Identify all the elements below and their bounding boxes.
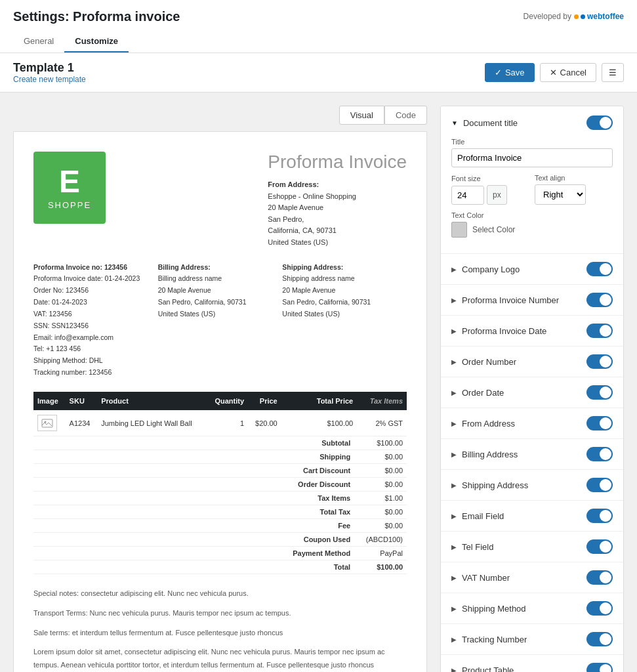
panel-item-toggle-2[interactable] (586, 324, 613, 338)
panel-item-tracking-number: ▶ Tracking Number (441, 624, 623, 655)
summary-shipping: Shipping$0.00 (33, 450, 407, 464)
panel-item-toggle-3[interactable] (586, 354, 613, 369)
doc-title-toggle[interactable] (586, 116, 613, 130)
invoice-meta: Proforma Invoice no: 123456 Proforma Inv… (33, 262, 407, 379)
expand-arrow: ▶ (451, 327, 457, 335)
panel-item-toggle-5[interactable] (586, 416, 613, 430)
document-title-header: ▼ Document title (451, 116, 613, 130)
notes-section: Special notes: consectetur adipiscing el… (33, 587, 407, 672)
cancel-button[interactable]: ✕ Cancel (540, 63, 596, 82)
text-color-field: Text Color Select Color (451, 211, 613, 238)
panel-item-toggle-12[interactable] (586, 632, 613, 646)
settings-panel: ▼ Document title Title Font size px (440, 106, 624, 672)
panel-item-text: Order Number (462, 357, 516, 367)
expand-arrow: ▶ (451, 574, 457, 581)
developed-by: Developed by webtoffee (524, 12, 624, 21)
toolbar-right: ✓ Save ✕ Cancel ☰ (485, 63, 624, 82)
panel-item-toggle-8[interactable] (586, 509, 613, 523)
cell-sku: A1234 (66, 410, 98, 436)
title-input[interactable] (451, 148, 613, 167)
panel-item-label: ▶ Shipping Address (451, 480, 528, 490)
panel-item-toggle-11[interactable] (586, 601, 613, 616)
note-1: Special notes: consectetur adipiscing el… (33, 587, 407, 600)
save-button[interactable]: ✓ Save (485, 63, 535, 82)
cell-image (33, 410, 66, 436)
panel-item-text: Product Table (462, 665, 514, 673)
text-color-label: Text Color (451, 211, 613, 219)
text-align-label: Text align (535, 174, 613, 182)
cell-total: $100.00 (281, 410, 357, 436)
tab-visual[interactable]: Visual (339, 106, 384, 125)
panel-item-label: ▶ Product Table (451, 665, 514, 673)
expand-arrow: ▶ (451, 667, 457, 673)
inv-order: Order No: 123456 (33, 286, 89, 294)
cancel-x: ✕ (550, 68, 557, 77)
label-cart-discount: Cart Discount (281, 464, 357, 478)
tab-code[interactable]: Code (384, 106, 427, 125)
logo-dot-orange (574, 14, 579, 19)
note-2: Transport Terms: Nunc nec vehicula purus… (33, 607, 407, 620)
from-address: From Address: Eshoppe - Online Shopping … (268, 179, 407, 249)
logo-letter: E (59, 166, 80, 198)
panel-item-label: ▶ Tel Field (451, 542, 493, 552)
text-align-select[interactable]: Left Center Right (535, 184, 586, 205)
label-total: Total (281, 560, 357, 574)
product-table: Image SKU Product Quantity Price Total P… (33, 392, 407, 574)
from-line2: 20 Maple Avenue (268, 203, 323, 211)
tab-general[interactable]: General (13, 31, 64, 52)
panel-item-toggle-1[interactable] (586, 293, 613, 307)
font-size-input[interactable] (451, 186, 484, 205)
main-content: Visual Code E SHOPPE Proforma Invoice Fr… (0, 93, 637, 672)
inv-tracking: Tracking number: 123456 (33, 368, 112, 376)
tab-customize[interactable]: Customize (64, 31, 129, 52)
save-checkmark: ✓ (495, 68, 502, 77)
shipping-line1: Shipping address name (282, 274, 354, 282)
panel-item-toggle-0[interactable] (586, 262, 613, 276)
panel-item-text: Billing Address (462, 450, 518, 459)
from-line4: California, CA, 90731 (268, 226, 337, 234)
from-address-label: From Address: (268, 180, 319, 188)
invoice-preview: E SHOPPE Proforma Invoice From Address: … (13, 131, 427, 672)
panel-item-toggle-7[interactable] (586, 478, 613, 492)
document-title-section: ▼ Document title Title Font size px (441, 106, 623, 254)
panel-item-label: ▶ Email Field (451, 511, 504, 521)
col-total: Total Price (281, 392, 357, 410)
expand-arrow: ▶ (451, 482, 457, 489)
panel-item-label: ▶ Tracking Number (451, 635, 527, 644)
menu-button[interactable]: ☰ (602, 63, 624, 82)
panel-item-email-field: ▶ Email Field (441, 501, 623, 532)
select-color-label[interactable]: Select Color (472, 225, 515, 234)
developed-by-text: Developed by (524, 12, 571, 21)
title-label: Title (451, 138, 613, 146)
from-line5: United States (US) (268, 238, 328, 246)
expand-arrow: ▶ (451, 451, 457, 458)
label-subtotal: Subtotal (281, 436, 357, 450)
panel-item-toggle-13[interactable] (586, 663, 613, 672)
text-align-field: Text align Left Center Right (535, 174, 613, 205)
value-total-tax: $0.00 (357, 505, 407, 519)
panel-item-billing-address: ▶ Billing Address (441, 439, 623, 470)
label-shipping: Shipping (281, 450, 357, 464)
meta-col-billing: Billing Address: Billing address name 20… (158, 262, 283, 379)
invoice-header: E SHOPPE Proforma Invoice From Address: … (33, 152, 407, 249)
value-order-discount: $0.00 (357, 478, 407, 492)
inv-tel: Tel: +1 123 456 (33, 345, 81, 352)
panel-item-toggle-4[interactable] (586, 385, 613, 400)
image-placeholder (37, 415, 57, 431)
panel-item-toggle-10[interactable] (586, 570, 613, 585)
panel-item-shipping-method: ▶ Shipping Method (441, 593, 623, 624)
value-cart-discount: $0.00 (357, 464, 407, 478)
page-title: Settings: Proforma invoice (13, 9, 180, 24)
label-order-discount: Order Discount (281, 478, 357, 492)
expand-arrow: ▶ (451, 605, 457, 612)
table-row: A1234 Jumbing LED Light Wall Ball 1 $20.… (33, 410, 407, 436)
panel-item-toggle-9[interactable] (586, 539, 613, 554)
inv-date2: Date: 01-24-2023 (33, 298, 87, 306)
color-swatch[interactable] (451, 222, 467, 238)
panel-item-toggle-6[interactable] (586, 447, 613, 461)
panel-item-label: ▶ From Address (451, 419, 515, 429)
panel-item-text: Shipping Method (462, 604, 526, 614)
create-new-template-link[interactable]: Create new template (13, 75, 86, 84)
value-shipping: $0.00 (357, 450, 407, 464)
panel-item-label: ▶ Shipping Method (451, 604, 526, 614)
